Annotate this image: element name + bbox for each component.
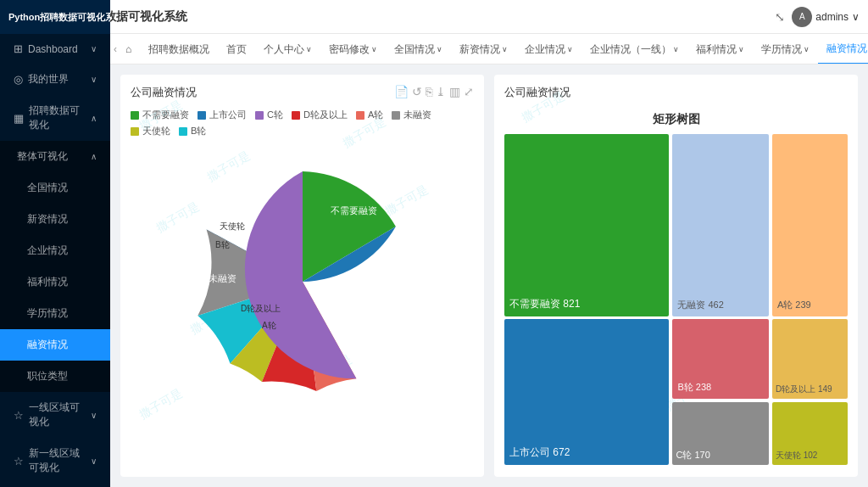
toolbar-bar-icon[interactable]: ▥ (449, 85, 460, 98)
tm-label-2: A轮 239 (777, 299, 811, 311)
nav-salary[interactable]: 薪资情况 ∨ (451, 34, 516, 64)
sidebar-item-jobtype[interactable]: 职位类型 (0, 361, 110, 392)
legend-item-1: 上市公司 (198, 109, 247, 121)
toolbar-refresh-icon[interactable]: ↺ (412, 85, 422, 98)
legend-label-2: C轮 (267, 109, 283, 121)
recruit-icon: ▦ (14, 112, 24, 125)
tm-label-0: 不需要融资 821 (509, 297, 580, 311)
tm-cell-7[interactable]: 天使轮 102 (772, 402, 848, 465)
tm-cell-3[interactable]: 上市公司 672 (504, 319, 669, 465)
legend-dot-6 (131, 127, 139, 136)
nav-index[interactable]: 首页 (218, 34, 255, 64)
pie-ext-label-tianshe: 天使轮 (220, 221, 245, 232)
tm-cell-4[interactable]: B轮 238 (672, 319, 768, 399)
pie-ext-label-alun: A轮 (262, 320, 276, 332)
sidebar-item-salary[interactable]: 新资情况 (0, 204, 110, 235)
legend-item-4: A轮 (356, 109, 383, 121)
legend-label-6: 天使轮 (142, 125, 170, 137)
compress-icon[interactable]: ⤡ (775, 10, 785, 24)
sidebar-item-enterprise[interactable]: 企业情况 (0, 235, 110, 266)
tier1-icon: ☆ (14, 409, 24, 422)
nav-national[interactable]: 全国情况 ∨ (386, 34, 451, 64)
nav-financing[interactable]: 融资情况 (818, 34, 868, 64)
legend-item-7: B轮 (179, 125, 206, 137)
sidebar-item-tier2[interactable]: ☆ 二线区域可视化 ∨ (0, 484, 110, 487)
expand-icon-overall: ∧ (91, 152, 97, 161)
pie-label-5: 未融资 (208, 273, 236, 283)
legend-item-5: 未融资 (392, 109, 431, 121)
sidebar-label-tier1: 一线区域可视化 (29, 400, 86, 429)
top-bar-right: ⤡ A admins ∨ (775, 7, 860, 27)
sidebar-submenu-overall: 全国情况 新资情况 企业情况 福利情况 学历情况 融资情况 职位类型 (0, 172, 110, 392)
sidebar-label-recruit: 招聘数据可视化 (29, 104, 86, 132)
sidebar-item-newtier1[interactable]: ☆ 新一线区域可视化 ∨ (0, 438, 110, 484)
sidebar-submenu-recruit: 整体可视化 ∧ 全国情况 新资情况 企业情况 福利情况 学历情况 融资情况 (0, 141, 110, 392)
sidebar-item-welfare[interactable]: 福利情况 (0, 266, 110, 298)
main-content: 撒子可是 撒子可是 撒子可是 撒子可是 撒子可是 撒子可是 撒子可是 撒子可是 … (110, 64, 868, 487)
treemap-title: 矩形树图 (504, 109, 848, 134)
legend-dot-5 (392, 111, 400, 120)
user-menu[interactable]: A admins ∨ (792, 7, 860, 27)
sidebar-label-welfare: 福利情况 (27, 275, 68, 289)
tm-label-5: D轮及以上 149 (776, 383, 832, 395)
dashboard-icon: ⊞ (14, 42, 23, 55)
legend-item-0: 不需要融资 (131, 109, 189, 121)
nav-overview[interactable]: 招聘数据概况 (140, 34, 218, 64)
legend-label-5: 未融资 (403, 109, 431, 121)
sidebar-item-national[interactable]: 全国情况 (0, 172, 110, 204)
nav-home[interactable]: ⌂ (117, 34, 140, 64)
pie-chart-svg: 不需要融资 上市公司 未融资 (167, 146, 438, 417)
nav-password[interactable]: 密码修改 ∨ (320, 34, 386, 64)
toolbar-save-icon[interactable]: 📄 (394, 85, 409, 98)
nav-bar: ‹ ⌂ 招聘数据概况 首页 个人中心 ∨ 密码修改 ∨ 全国情况 ∨ 薪资情况 … (110, 34, 868, 64)
expand-icon-world: ∨ (91, 75, 97, 84)
tm-cell-5[interactable]: D轮及以上 149 (772, 319, 848, 399)
nav-enterprise1[interactable]: 企业情况（一线）∨ (581, 34, 687, 64)
toolbar-copy-icon[interactable]: ⎘ (426, 85, 432, 98)
sidebar-label-financing: 融资情况 (27, 338, 68, 352)
sidebar: Python招聘数据可视化系统 ⊞ Dashboard ∨ ◎ 我的世界 ∨ ▦… (0, 0, 110, 487)
left-panel: 撒子可是 撒子可是 撒子可是 撒子可是 撒子可是 撒子可是 撒子可是 撒子可是 … (120, 75, 484, 477)
pie-ext-label-dlun: D轮及以上 (241, 303, 281, 315)
legend-item-3: D轮及以上 (292, 109, 348, 121)
expand-icon-newtier1: ∨ (91, 456, 97, 466)
right-panel-title: 公司融资情况 (504, 85, 848, 100)
sidebar-item-financing[interactable]: 融资情况 (0, 329, 110, 361)
sidebar-item-education[interactable]: 学历情况 (0, 298, 110, 329)
tm-cell-0[interactable]: 不需要融资 821 (504, 134, 669, 316)
nav-personal[interactable]: 个人中心 ∨ (255, 34, 320, 64)
sidebar-item-tier1[interactable]: ☆ 一线区域可视化 ∨ (0, 392, 110, 438)
sidebar-item-world[interactable]: ◎ 我的世界 ∨ (0, 64, 110, 95)
legend-dot-7 (179, 127, 187, 136)
legend-dot-0 (131, 111, 139, 120)
legend-label-3: D轮及以上 (303, 109, 348, 121)
sidebar-item-dashboard[interactable]: ⊞ Dashboard ∨ (0, 34, 110, 64)
nav-education[interactable]: 学历情况 ∨ (753, 34, 818, 64)
tm-cell-2[interactable]: A轮 239 (772, 134, 848, 316)
legend-dot-2 (255, 111, 264, 120)
nav-welfare[interactable]: 福利情况 ∨ (687, 34, 753, 64)
top-bar: ≡ ↺ Python招聘数据可视化系统 ⤡ A admins ∨ (0, 0, 868, 34)
sidebar-label-education: 学历情况 (27, 306, 68, 321)
toolbar-expand-icon[interactable]: ⤢ (464, 85, 474, 98)
toolbar-download-icon[interactable]: ⤓ (436, 85, 446, 98)
pie-label-1: 上市公司 (352, 299, 389, 309)
tm-label-7: 天使轮 102 (776, 450, 817, 462)
sidebar-label-newtier1: 新一线区域可视化 (29, 446, 86, 475)
pie-chart-area: 不需要融资 上市公司 未融资 B轮 天使轮 D轮及以上 A轮 (131, 146, 474, 417)
sidebar-label-jobtype: 职位类型 (27, 369, 68, 383)
legend-dot-3 (292, 111, 300, 120)
tm-label-6: C轮 170 (676, 449, 709, 462)
pie-ext-label-b: B轮 (215, 239, 230, 251)
legend-item-2: C轮 (255, 109, 283, 121)
tm-cell-1[interactable]: 无融资 462 (672, 134, 768, 316)
nav-enterprise[interactable]: 企业情况 ∨ (516, 34, 581, 64)
sidebar-item-recruit[interactable]: ▦ 招聘数据可视化 ∧ (0, 95, 110, 141)
expand-icon-tier1: ∨ (91, 411, 97, 420)
expand-icon-recruit: ∧ (91, 114, 97, 123)
sidebar-item-overall[interactable]: 整体可视化 ∧ (0, 141, 110, 172)
sidebar-logo: Python招聘数据可视化系统 (0, 0, 110, 34)
tm-cell-6[interactable]: C轮 170 (672, 402, 768, 465)
user-dropdown-icon: ∨ (852, 11, 860, 23)
legend-dot-1 (198, 111, 206, 120)
